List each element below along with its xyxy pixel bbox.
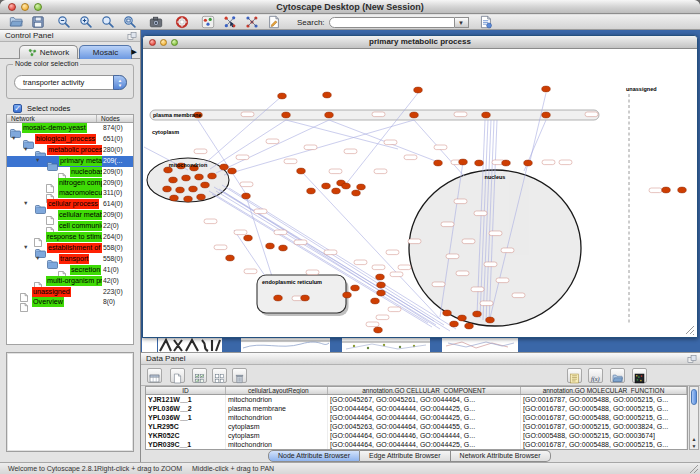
float-panel-icon[interactable] [687, 354, 697, 364]
network-node[interactable] [226, 255, 235, 261]
table-row[interactable]: YPL036W__2plasma membrane[GO:0044464, GO… [146, 404, 687, 413]
tree-row[interactable]: secretion41(0) [7, 265, 133, 276]
network-node[interactable] [297, 168, 306, 174]
network-canvas[interactable]: plasma membranecytoplasmmitochondrionnuc… [144, 49, 696, 337]
scrollbar-thumb[interactable] [691, 389, 697, 405]
tree-row[interactable]: ▼establishment of lo558(0) [7, 243, 133, 254]
attribute-matrix-icon[interactable] [632, 368, 647, 383]
tab-node-attribute-browser[interactable]: Node Attribute Browser [268, 450, 360, 462]
network-node[interactable] [195, 174, 204, 180]
expander-icon[interactable]: ▼ [23, 244, 28, 250]
network-node[interactable] [482, 112, 491, 118]
background-window-fragment[interactable] [241, 338, 330, 352]
expander-icon[interactable]: ▼ [23, 200, 28, 206]
tab-mosaic[interactable]: Mosaic [79, 45, 132, 59]
network-node[interactable] [371, 298, 380, 304]
network-node[interactable] [342, 183, 351, 189]
network-node[interactable] [182, 175, 191, 181]
network-node[interactable] [189, 186, 198, 192]
import-attributes-icon[interactable] [610, 368, 625, 383]
network-window-titlebar[interactable]: primary metabolic process [143, 36, 697, 49]
tree-row[interactable]: ▼primary metabo209(... [7, 156, 133, 167]
tree-row[interactable]: cell communicat22(0) [7, 221, 133, 232]
scroll-down-icon[interactable]: ▼ [690, 443, 698, 449]
network-node[interactable] [244, 235, 253, 241]
network-node[interactable] [352, 190, 361, 196]
network-node[interactable] [542, 86, 551, 92]
network-node[interactable] [473, 311, 482, 317]
network-node[interactable] [450, 321, 459, 327]
network-node[interactable] [242, 193, 251, 199]
help-lifesaver-icon[interactable] [175, 15, 189, 29]
window-titlebar[interactable]: Cytoscape Desktop (New Session) [0, 0, 700, 14]
table-row[interactable]: YLR295Ccytoplasm[GO:0045263, GO:0044464,… [146, 422, 687, 431]
network-node[interactable] [343, 292, 352, 298]
delete-attribute-icon[interactable] [232, 368, 247, 383]
network-node[interactable] [678, 187, 687, 193]
zoom-view-icon[interactable] [171, 39, 178, 46]
background-window-fragment[interactable] [158, 338, 222, 352]
network-node[interactable] [458, 315, 467, 321]
tab-network[interactable]: Network [19, 45, 78, 59]
attribute-list-icon[interactable] [567, 368, 582, 383]
network-node[interactable] [274, 295, 283, 301]
network-node[interactable] [278, 93, 287, 99]
network-node[interactable] [357, 184, 366, 190]
network-node[interactable] [279, 245, 288, 251]
node-color-attribute-select[interactable]: transporter activity ▲▼ [14, 75, 127, 90]
network-node[interactable] [332, 188, 341, 194]
network-node[interactable] [208, 173, 217, 179]
network-node[interactable] [322, 183, 331, 189]
network-node[interactable] [169, 177, 178, 183]
network-node[interactable] [377, 282, 386, 288]
network-node[interactable] [176, 187, 185, 193]
network-node[interactable] [502, 160, 511, 166]
select-all-attributes-icon[interactable] [192, 368, 207, 383]
tree-row[interactable]: ▼transport558(0) [7, 254, 133, 265]
network-node[interactable] [410, 112, 419, 118]
network-node[interactable] [228, 168, 237, 174]
network-node[interactable] [163, 186, 172, 192]
expander-icon[interactable]: ▼ [23, 146, 28, 152]
snapshot-camera-icon[interactable] [149, 15, 163, 29]
table-row[interactable]: YJR121W__1mitochondrion[GO:0045267, GO:0… [146, 395, 687, 404]
annotation-icon[interactable] [267, 15, 281, 29]
combo-stepper-icon[interactable]: ▲▼ [113, 75, 127, 90]
table-column-header[interactable]: annotation.GO CELLULAR_COMPONENT [328, 387, 521, 394]
tab-scroll-right-icon[interactable]: ▶ [132, 48, 137, 56]
tree-row[interactable]: ▼cellular process614(0) [7, 199, 133, 210]
network-overview-panel[interactable] [6, 352, 134, 452]
tree-row[interactable]: nitrogen compo209(0) [7, 178, 133, 189]
new-attribute-icon[interactable] [170, 368, 185, 383]
open-folder-icon[interactable] [9, 15, 23, 29]
network-node[interactable] [542, 112, 551, 118]
network-node[interactable] [434, 160, 443, 166]
network-node[interactable] [301, 295, 310, 301]
tree-row[interactable]: unassigned223(0) [7, 287, 133, 298]
network-node[interactable] [475, 160, 484, 166]
network-node[interactable] [662, 187, 671, 193]
network-node[interactable] [323, 92, 332, 98]
network-node[interactable] [282, 112, 291, 118]
network-node[interactable] [307, 188, 316, 194]
close-view-icon[interactable] [149, 39, 156, 46]
attribute-columns-icon[interactable] [147, 368, 162, 383]
layout-nodes-icon[interactable] [223, 15, 237, 29]
table-column-header[interactable]: ID [146, 387, 226, 394]
table-row[interactable]: YPL036W__1mitochondrion[GO:0044464, GO:0… [146, 413, 687, 422]
attribute-table-header[interactable]: ID_cellularLayoutRegionannotation.GO CEL… [145, 386, 688, 395]
network-node[interactable] [377, 290, 386, 296]
minimize-view-icon[interactable] [160, 39, 167, 46]
network-node[interactable] [414, 87, 423, 93]
network-node[interactable] [374, 327, 383, 333]
tab-edge-attribute-browser[interactable]: Edge Attribute Browser [360, 450, 451, 462]
tree-row[interactable]: cellular metabo209(0) [7, 210, 133, 221]
network-node[interactable] [459, 159, 468, 165]
zoom-fit-icon[interactable] [123, 15, 137, 29]
tree-row[interactable]: response to stimulu264(0) [7, 232, 133, 243]
zoom-out-icon[interactable] [57, 15, 71, 29]
tree-row[interactable]: multi-organism pro42(0) [7, 276, 133, 287]
network-node[interactable] [266, 243, 275, 249]
table-column-header[interactable]: _cellularLayoutRegion [226, 387, 328, 394]
zoom-selected-icon[interactable] [101, 15, 115, 29]
